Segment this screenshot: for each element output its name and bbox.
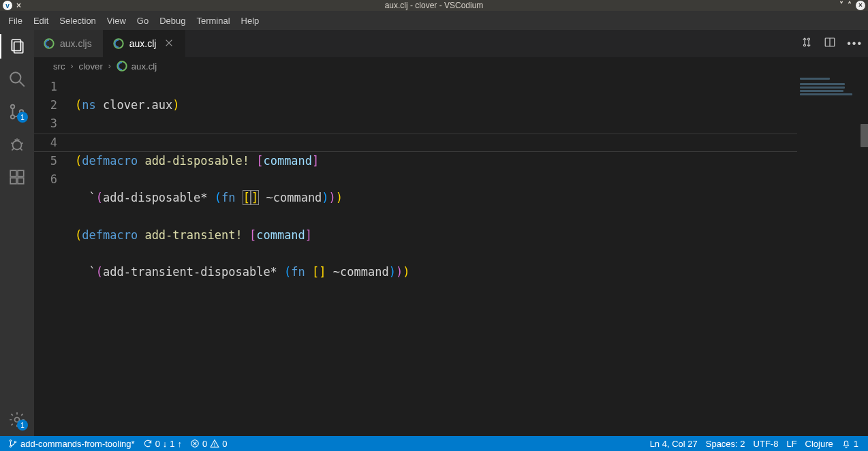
minimap[interactable] [797,75,868,436]
line-gutter: 1 2 3 4 5 6 [34,75,75,436]
sync-indicator[interactable]: 0↓ 1↑ [139,436,186,451]
tab-aux-clj[interactable]: aux.clj [104,30,186,57]
settings-badge: 1 [17,420,28,431]
encoding-status[interactable]: UTF-8 [749,436,783,451]
extensions-icon[interactable] [7,168,27,187]
tab-bar: aux.cljs aux.clj ••• [34,30,868,57]
tab-label: aux.clj [129,38,157,49]
chevron-right-icon: › [107,61,112,71]
menu-help[interactable]: Help [236,13,265,29]
editor[interactable]: 1 2 3 4 5 6 (ns clover.aux) (defmacro ad… [34,75,868,436]
more-actions-icon[interactable]: ••• [847,37,863,50]
clojure-icon [113,38,124,49]
cursor-position[interactable]: Ln 4, Col 27 [646,436,702,451]
breadcrumb-part[interactable]: src [53,61,65,72]
breadcrumb[interactable]: src › clover › aux.clj [34,57,868,75]
svg-point-24 [14,441,16,443]
search-icon[interactable] [7,69,27,89]
chevron-right-icon: › [69,61,75,71]
svg-point-29 [215,446,215,446]
notifications-indicator[interactable]: 1 [837,436,863,451]
menu-go[interactable]: Go [131,13,154,29]
status-bar: add-commands-from-tooling* 0↓ 1↑ 0 0 Ln … [0,436,868,451]
sync-icon [143,439,153,448]
git-branch-icon [8,439,18,448]
activity-bar: 1 1 [0,30,34,436]
source-control-icon[interactable]: 1 [7,102,27,121]
os-title-bar: v × aux.clj - clover - VSCodium ˅ ˄ × [0,0,868,11]
os-maximize-icon[interactable]: ˄ [848,1,852,10]
warning-icon [210,439,219,448]
clojure-icon [44,38,55,49]
indentation-status[interactable]: Spaces: 2 [702,436,749,451]
debug-icon[interactable] [7,135,27,154]
branch-indicator[interactable]: add-commands-from-tooling* [4,436,139,451]
breadcrumb-part[interactable]: clover [79,61,103,72]
language-mode[interactable]: Clojure [801,436,837,451]
settings-gear-icon[interactable]: 1 [7,410,27,429]
eol-status[interactable]: LF [782,436,801,451]
menu-bar: File Edit Selection View Go Debug Termin… [0,11,868,30]
menu-edit[interactable]: Edit [28,13,54,29]
tab-label: aux.cljs [60,38,92,49]
os-minimize-icon[interactable]: ˅ [839,1,843,10]
os-close-icon[interactable]: × [16,1,21,10]
compare-changes-icon[interactable] [801,36,813,51]
svg-point-17 [804,44,806,46]
window-title: aux.clj - clover - VSCodium [385,1,484,10]
problems-indicator[interactable]: 0 0 [186,436,231,451]
code-content[interactable]: (ns clover.aux) (defmacro add-disposable… [75,75,797,436]
scm-badge: 1 [17,112,28,123]
app-icon: v [3,1,12,10]
menu-file[interactable]: File [3,13,28,29]
split-editor-icon[interactable] [824,36,836,51]
scrollbar-handle[interactable] [861,124,868,147]
bell-icon [841,439,851,448]
tab-aux-cljs[interactable]: aux.cljs [34,30,104,57]
svg-point-5 [11,115,14,119]
svg-rect-8 [10,170,16,176]
svg-rect-10 [18,178,24,184]
menu-debug[interactable]: Debug [154,13,191,29]
svg-point-4 [11,105,14,108]
os-close-button[interactable]: × [856,1,865,10]
explorer-icon[interactable] [7,37,27,56]
svg-rect-11 [18,170,24,176]
svg-line-3 [19,81,25,87]
svg-point-18 [808,38,810,40]
menu-selection[interactable]: Selection [54,13,101,29]
menu-terminal[interactable]: Terminal [191,13,235,29]
menu-view[interactable]: View [102,13,131,29]
clojure-icon [117,61,127,72]
svg-point-22 [10,440,11,441]
svg-point-2 [10,72,20,82]
breadcrumb-part[interactable]: aux.clj [131,61,157,72]
svg-rect-9 [10,178,16,184]
close-icon[interactable] [164,38,174,50]
error-icon [190,439,200,448]
